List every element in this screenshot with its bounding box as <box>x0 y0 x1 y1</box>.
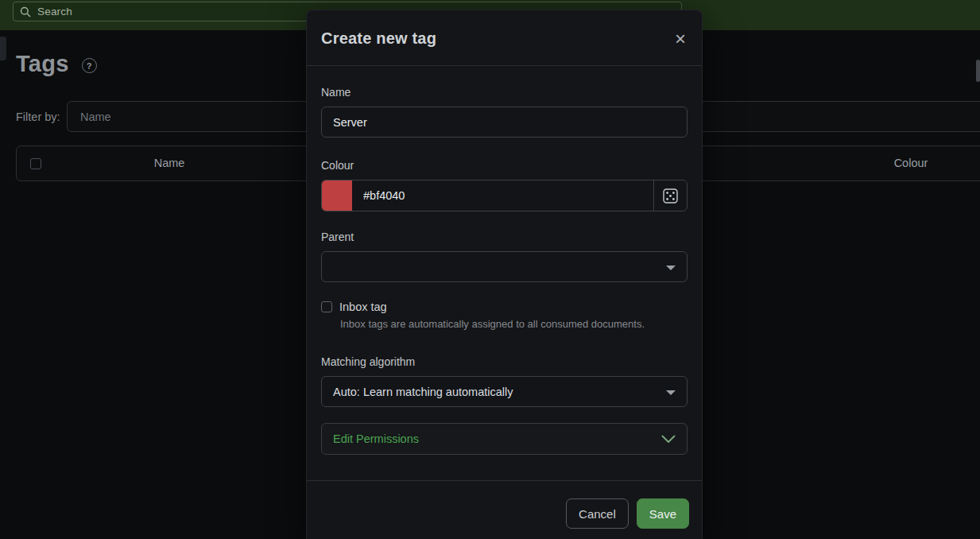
name-label: Name <box>321 86 688 99</box>
inbox-tag-hint: Inbox tags are automatically assigned to… <box>340 318 688 330</box>
modal-body: Name Colour <box>307 66 702 455</box>
matching-algorithm-select[interactable]: Auto: Learn matching automatically <box>321 376 688 407</box>
create-tag-modal: Create new tag × Name Colour <box>306 10 703 539</box>
modal-title: Create new tag <box>321 29 436 48</box>
inbox-tag-checkbox[interactable] <box>321 301 332 312</box>
modal-header: Create new tag × <box>307 10 702 66</box>
name-input[interactable] <box>321 107 688 138</box>
edit-permissions-label: Edit Permissions <box>333 432 419 445</box>
inbox-tag-label: Inbox tag <box>339 301 387 313</box>
colour-field-group: Colour <box>321 159 688 211</box>
parent-label: Parent <box>321 231 688 243</box>
chevron-down-icon <box>666 390 676 395</box>
chevron-down-icon <box>666 266 676 270</box>
matching-field-group: Matching algorithm Auto: Learn matching … <box>321 355 688 407</box>
filter-name-placeholder: Name <box>80 111 111 123</box>
parent-field-group: Parent <box>321 231 688 282</box>
search-icon <box>20 6 31 17</box>
vertical-scrollbar-thumb[interactable] <box>976 60 980 82</box>
colour-label: Colour <box>321 159 688 172</box>
colour-input-group <box>321 180 688 211</box>
sidebar-edge-notch <box>0 37 6 60</box>
colour-swatch <box>322 180 352 211</box>
parent-select[interactable] <box>321 251 688 282</box>
page-heading-row: Tags ? <box>16 51 97 77</box>
random-colour-button[interactable] <box>653 180 687 211</box>
filter-by-label: Filter by: <box>16 111 60 123</box>
select-all-checkbox[interactable] <box>30 158 41 169</box>
matching-algorithm-value: Auto: Learn matching automatically <box>333 386 513 398</box>
inbox-tag-group: Inbox tag Inbox tags are automatically a… <box>321 301 688 330</box>
chevron-down-icon <box>661 435 676 444</box>
modal-footer: Cancel Save <box>307 480 702 539</box>
column-header-name[interactable]: Name <box>154 157 185 169</box>
close-icon[interactable]: × <box>675 32 686 46</box>
save-button[interactable]: Save <box>637 498 689 529</box>
page-title: Tags <box>16 51 69 77</box>
name-field-group: Name <box>321 86 688 138</box>
cancel-button[interactable]: Cancel <box>566 498 629 529</box>
column-header-colour[interactable]: Colour <box>894 157 928 169</box>
edit-permissions-accordion[interactable]: Edit Permissions <box>321 423 688 455</box>
matching-algorithm-label: Matching algorithm <box>321 355 688 368</box>
app-window: Search Tags ? Filter by: Name Name Colou… <box>0 0 980 539</box>
dice-icon <box>663 188 678 204</box>
inbox-tag-row: Inbox tag <box>321 301 688 313</box>
colour-hex-input[interactable] <box>352 180 653 211</box>
help-icon[interactable]: ? <box>82 58 97 73</box>
search-placeholder: Search <box>37 6 72 17</box>
